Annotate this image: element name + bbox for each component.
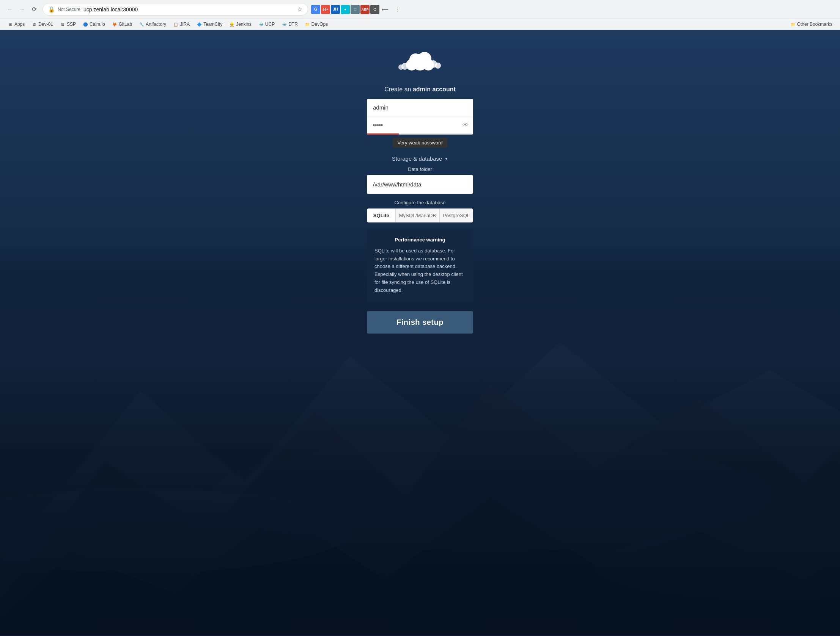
- browser-chrome: ← → ⟳ 🔓 Not Secure ☆ G 99+ JH ●: [0, 0, 840, 30]
- dev01-icon: 🖥: [32, 22, 37, 27]
- password-toggle-button[interactable]: 👁: [463, 122, 469, 129]
- menu-button[interactable]: ⋮: [392, 4, 403, 15]
- setup-container: Create an admin account 👁 Very weak pass…: [0, 30, 840, 356]
- bookmark-calmio[interactable]: 🔵 Calm.io: [80, 20, 108, 28]
- dark-ext-icon[interactable]: ⬡: [370, 5, 379, 14]
- nextcloud-logo: [397, 45, 443, 76]
- page-content: Create an admin account 👁 Very weak pass…: [0, 30, 840, 636]
- password-strength-bar: [367, 134, 473, 135]
- password-strength-fill: [367, 134, 399, 135]
- notification-ext-icon[interactable]: 99+: [321, 5, 330, 14]
- password-input[interactable]: [367, 116, 473, 134]
- configure-db-label: Configure the database: [394, 200, 445, 205]
- browser-actions: ⋮: [392, 4, 403, 15]
- bookmarks-bar: ⊞ Apps 🖥 Dev-01 🖥 SSP 🔵 Calm.io 🦊 GitLab…: [0, 19, 840, 30]
- bookmark-other[interactable]: 📁 Other Bookmarks: [787, 20, 835, 28]
- finish-setup-button[interactable]: Finish setup: [367, 311, 473, 334]
- storage-dropdown[interactable]: Storage & database ▼: [389, 154, 452, 163]
- bookmark-calmio-label: Calm.io: [90, 22, 105, 27]
- tab-sqlite[interactable]: SQLite: [367, 208, 396, 222]
- data-folder-label: Data folder: [408, 166, 432, 172]
- back-button[interactable]: ←: [5, 4, 15, 15]
- jira-icon: 📋: [173, 22, 178, 27]
- bookmark-jira[interactable]: 📋 JIRA: [170, 20, 193, 28]
- bookmark-jira-label: JIRA: [180, 22, 190, 27]
- star-icon[interactable]: ☆: [297, 6, 302, 13]
- bookmark-apps[interactable]: ⊞ Apps: [5, 20, 28, 28]
- nav-buttons: ← → ⟳: [5, 4, 39, 15]
- browser-toolbar: ← → ⟳ 🔓 Not Secure ☆ G 99+ JH ●: [0, 0, 840, 19]
- credentials-card: 👁: [367, 99, 473, 135]
- security-icon: 🔓: [48, 6, 55, 13]
- bookmark-other-label: Other Bookmarks: [797, 22, 832, 27]
- artifactory-icon: 🔧: [139, 22, 144, 27]
- bookmark-teamcity-label: TeamCity: [204, 22, 222, 27]
- bookmark-gitlab-label: GitLab: [119, 22, 132, 27]
- data-folder-input[interactable]: [367, 175, 473, 194]
- performance-warning: Performance warning SQLite will be used …: [367, 228, 473, 302]
- bookmark-dev01[interactable]: 🖥 Dev-01: [28, 20, 56, 28]
- bookmark-ssp[interactable]: 🖥 SSP: [57, 20, 79, 28]
- devops-icon: 📁: [305, 22, 310, 27]
- eye-icon: 👁: [463, 122, 469, 129]
- data-folder-input-wrapper: [367, 175, 473, 194]
- bookmark-artifactory[interactable]: 🔧 Artifactory: [136, 20, 169, 28]
- ssp-icon: 🖥: [60, 22, 65, 27]
- storage-label: Storage & database: [392, 156, 442, 162]
- gray-ext-icon[interactable]: □: [351, 5, 360, 14]
- setup-heading: Create an admin account: [384, 86, 456, 93]
- bookmark-dtr-label: DTR: [288, 22, 298, 27]
- apps-icon: ⊞: [8, 22, 13, 27]
- calmio-icon: 🔵: [83, 22, 88, 27]
- bookmark-ssp-label: SSP: [67, 22, 76, 27]
- bookmark-jenkins-label: Jenkins: [236, 22, 251, 27]
- dropdown-arrow-icon: ▼: [444, 157, 448, 161]
- db-tabs: SQLite MySQL/MariaDB PostgreSQL: [367, 208, 473, 222]
- address-input[interactable]: [84, 6, 294, 13]
- bookmark-jenkins[interactable]: 👷 Jenkins: [226, 20, 254, 28]
- bookmark-apps-label: Apps: [14, 22, 25, 27]
- bookmark-gitlab[interactable]: 🦊 GitLab: [109, 20, 135, 28]
- password-wrapper: 👁: [367, 116, 473, 134]
- security-label: Not Secure: [58, 7, 81, 12]
- teamcity-icon: 🔷: [197, 22, 202, 27]
- bookmark-dtr[interactable]: 🐳 DTR: [278, 20, 301, 28]
- bookmark-teamcity[interactable]: 🔷 TeamCity: [194, 20, 225, 28]
- jenkins-icon: 👷: [229, 22, 234, 27]
- warning-text: SQLite will be used as database. For lar…: [374, 247, 466, 294]
- arrow-ext-icon[interactable]: ⟵: [380, 5, 389, 14]
- warning-title: Performance warning: [374, 236, 466, 244]
- password-strength-tooltip: Very weak password: [393, 136, 447, 148]
- bookmark-devops-label: DevOps: [311, 22, 328, 27]
- google-ext-icon[interactable]: G: [311, 5, 320, 14]
- forward-button[interactable]: →: [17, 4, 27, 15]
- strength-label: Very weak password: [393, 138, 447, 148]
- bookmark-dev01-label: Dev-01: [38, 22, 53, 27]
- reload-button[interactable]: ⟳: [29, 4, 39, 15]
- red-ext-icon[interactable]: ABP: [360, 5, 369, 14]
- blue-ext-icon[interactable]: JH: [331, 5, 340, 14]
- tab-mysql[interactable]: MySQL/MariaDB: [396, 208, 440, 222]
- svg-point-14: [398, 65, 404, 70]
- other-bookmarks-icon: 📁: [790, 22, 796, 27]
- ucp-icon: 🐳: [258, 22, 264, 27]
- address-bar-container: 🔓 Not Secure ☆: [43, 3, 308, 16]
- extension-icons: G 99+ JH ● □ ABP ⬡ ⟵: [311, 5, 389, 14]
- dtr-icon: 🐳: [281, 22, 287, 27]
- bookmark-devops[interactable]: 📁 DevOps: [302, 20, 331, 28]
- cyan-ext-icon[interactable]: ●: [341, 5, 350, 14]
- gitlab-icon: 🦊: [112, 22, 117, 27]
- svg-point-12: [435, 63, 441, 69]
- logo-container: [397, 45, 443, 77]
- bookmark-artifactory-label: Artifactory: [146, 22, 166, 27]
- username-input[interactable]: [367, 99, 473, 116]
- bookmark-ucp-label: UCP: [265, 22, 275, 27]
- bookmark-ucp[interactable]: 🐳 UCP: [255, 20, 278, 28]
- tab-postgresql[interactable]: PostgreSQL: [439, 208, 473, 222]
- svg-point-10: [418, 52, 431, 66]
